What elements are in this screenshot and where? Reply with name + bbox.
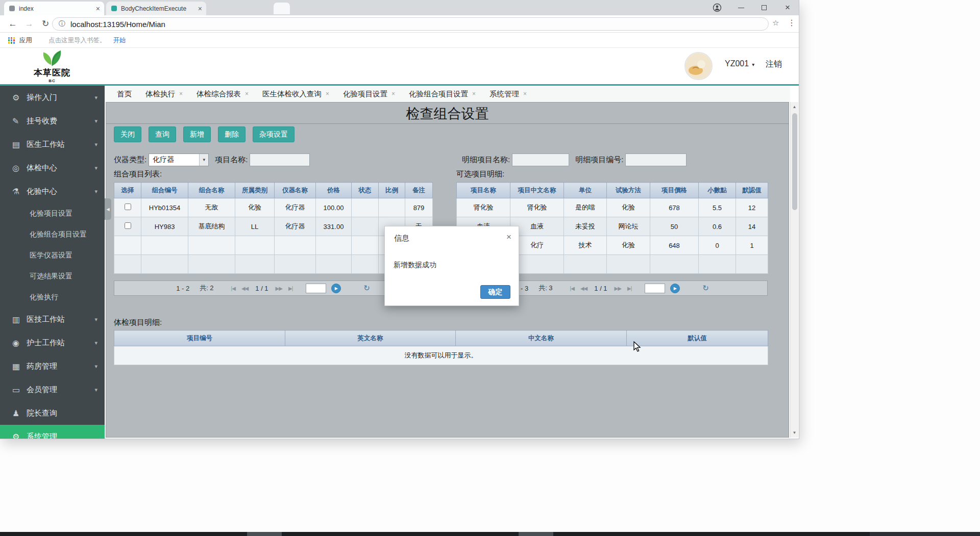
- instrument-type-select[interactable]: 化疗器 ▾: [149, 154, 209, 166]
- apps-grid-icon[interactable]: [8, 37, 15, 44]
- user-avatar[interactable]: [684, 52, 713, 80]
- card-icon: ▭: [12, 385, 27, 395]
- refresh-icon[interactable]: ↻: [702, 284, 709, 293]
- tab-close-icon[interactable]: ×: [391, 90, 395, 97]
- detail-code-input[interactable]: [625, 154, 687, 166]
- import-bookmarks-hint: 点击这里导入书签。: [48, 36, 106, 45]
- tab-close-icon[interactable]: ×: [198, 5, 202, 13]
- dialog-ok-button[interactable]: 确定: [480, 285, 510, 299]
- tab-close-icon[interactable]: ×: [326, 90, 329, 97]
- scroll-up-icon[interactable]: ▲: [791, 105, 798, 109]
- sidebar-item-medtech-workstation[interactable]: ▥ 医技工作站 ▾: [0, 308, 105, 331]
- reload-button[interactable]: ↻: [39, 18, 52, 30]
- table-row[interactable]: HYb01354 无敌 化验 化疗器 100.00 879: [114, 198, 433, 217]
- sidebar-item-checkup-center[interactable]: ◎ 体检中心 ▾: [0, 156, 105, 180]
- browser-tab-index[interactable]: index ×: [4, 2, 104, 15]
- tab-doctor-income-query[interactable]: 医生体检收入查询×: [262, 89, 329, 99]
- tab-label: 体检综合报表: [197, 89, 241, 99]
- query-button[interactable]: 查询: [149, 126, 176, 142]
- detail-name-input[interactable]: [512, 154, 569, 166]
- scroll-down-icon[interactable]: ▼: [791, 430, 798, 435]
- pagination-page: 1 / 1: [255, 285, 268, 292]
- sidebar-item-pharmacy-management[interactable]: ▦ 药房管理 ▾: [0, 354, 105, 378]
- project-name-input[interactable]: [250, 154, 310, 166]
- sidebar-subitem-optional-result-settings[interactable]: 可选结果设置: [0, 266, 105, 287]
- page-scrollbar[interactable]: ▲ ▼: [790, 102, 798, 438]
- column-header: 中文名称: [456, 330, 627, 346]
- bookmark-star-icon[interactable]: ☆: [772, 18, 779, 28]
- row-checkbox[interactable]: [125, 222, 131, 229]
- tab-checkup-report[interactable]: 体检综合报表×: [197, 89, 249, 99]
- tab-close-icon[interactable]: ×: [96, 5, 100, 13]
- tab-close-icon[interactable]: ×: [179, 90, 183, 97]
- column-header: 默认值: [627, 330, 768, 346]
- detail-code-label: 明细项目编号:: [575, 155, 623, 165]
- last-page-icon[interactable]: ▶|: [288, 286, 292, 291]
- sidebar-item-system-management[interactable]: ⚙ 系统管理: [0, 425, 105, 439]
- refresh-icon[interactable]: ↻: [363, 284, 370, 293]
- sidebar-item-member-management[interactable]: ▭ 会员管理 ▾: [0, 378, 105, 401]
- add-button[interactable]: 新增: [183, 126, 211, 142]
- sidebar-item-label: 操作入门: [27, 93, 57, 103]
- window-minimize-button[interactable]: —: [733, 0, 749, 15]
- goto-page-input[interactable]: [306, 284, 326, 293]
- table-row[interactable]: 肾化验 肾化验 是的噹 化验 678 5.5 12: [457, 198, 768, 217]
- last-page-icon[interactable]: ▶|: [627, 286, 631, 291]
- address-bar[interactable]: ⓘ localhost:13195/Home/Mian: [52, 17, 769, 31]
- tab-close-icon[interactable]: ×: [523, 90, 527, 97]
- apps-label[interactable]: 应用: [19, 36, 32, 45]
- scrollbar-thumb[interactable]: [792, 113, 797, 210]
- next-page-icon[interactable]: ▶▶: [276, 286, 282, 291]
- browser-menu-icon[interactable]: ⋮: [788, 18, 796, 28]
- sidebar-subitem-lab-project-settings[interactable]: 化验项目设置: [0, 203, 105, 224]
- back-button[interactable]: ←: [6, 18, 19, 30]
- sidebar-item-nurse-workstation[interactable]: ◉ 护士工作站 ▾: [0, 331, 105, 354]
- tab-system-management[interactable]: 系统管理×: [489, 89, 527, 99]
- tab-lab-project-settings[interactable]: 化验项目设置×: [343, 89, 395, 99]
- first-page-icon[interactable]: |◀: [570, 286, 574, 291]
- close-button[interactable]: 关闭: [114, 126, 141, 142]
- misc-settings-button[interactable]: 杂项设置: [253, 126, 295, 142]
- tab-close-icon[interactable]: ×: [472, 90, 476, 97]
- browser-tab-bodycheck[interactable]: BodyCheckItemExecute ×: [106, 2, 206, 15]
- tab-checkup-execute[interactable]: 体检执行×: [145, 89, 183, 99]
- tab-home[interactable]: 首页: [117, 89, 132, 99]
- delete-button[interactable]: 删除: [218, 126, 246, 142]
- sidebar-subitem-lab-execute[interactable]: 化验执行: [0, 287, 105, 308]
- username-text: YZ001: [725, 59, 749, 68]
- window-maximize-button[interactable]: [756, 0, 772, 15]
- toolbar: 关闭 查询 新增 删除 杂项设置: [114, 126, 295, 142]
- dialog-close-icon[interactable]: ×: [506, 232, 511, 242]
- sidebar-item-label: 医技工作站: [27, 315, 65, 324]
- sidebar-item-registration-fees[interactable]: ✎ 挂号收费 ▾: [0, 109, 105, 133]
- forward-button[interactable]: →: [22, 18, 36, 30]
- sidebar-item-lab-center[interactable]: ⚗ 化验中心 ▾: [0, 180, 105, 203]
- sidebar-subitem-medical-instrument-settings[interactable]: 医学仪器设置: [0, 245, 105, 266]
- browser-profile-icon[interactable]: [710, 0, 724, 15]
- combo-list-label: 组合项目列表:: [114, 169, 162, 179]
- import-bookmarks-start-link[interactable]: 开始: [113, 36, 126, 45]
- username-dropdown[interactable]: YZ001▾: [725, 59, 754, 68]
- sidebar-item-doctor-workstation[interactable]: ▤ 医生工作站 ▾: [0, 133, 105, 156]
- select-arrow-icon: ▾: [199, 154, 208, 166]
- tab-lab-combo-settings[interactable]: 化验组合项目设置×: [409, 89, 476, 99]
- tab-close-icon[interactable]: ×: [245, 90, 249, 97]
- tab-label: 医生体检收入查询: [262, 89, 322, 99]
- goto-page-button[interactable]: ▶: [670, 284, 680, 293]
- site-info-icon[interactable]: ⓘ: [59, 19, 65, 29]
- first-page-icon[interactable]: |◀: [231, 286, 235, 291]
- prev-page-icon[interactable]: ◀◀: [241, 286, 248, 291]
- bodycheck-details-table: 项目编号 英文名称 中文名称 默认值 没有数据可以用于显示。: [114, 330, 768, 365]
- sidebar-subitem-lab-combo-settings[interactable]: 化验组合项目设置: [0, 224, 105, 245]
- row-checkbox[interactable]: [125, 203, 131, 210]
- sidebar-item-director-query[interactable]: ♟ 院长查询: [0, 401, 105, 425]
- sidebar-collapse-handle[interactable]: ◀: [105, 198, 111, 220]
- prev-page-icon[interactable]: ◀◀: [580, 286, 587, 291]
- logout-link[interactable]: 注销: [766, 59, 782, 70]
- sidebar-item-getting-started[interactable]: ⚙ 操作入门 ▾: [0, 86, 105, 109]
- new-tab-button[interactable]: [274, 3, 290, 14]
- next-page-icon[interactable]: ▶▶: [615, 286, 621, 291]
- goto-page-input[interactable]: [645, 284, 665, 293]
- window-close-button[interactable]: ×: [778, 0, 797, 15]
- goto-page-button[interactable]: ▶: [331, 284, 341, 293]
